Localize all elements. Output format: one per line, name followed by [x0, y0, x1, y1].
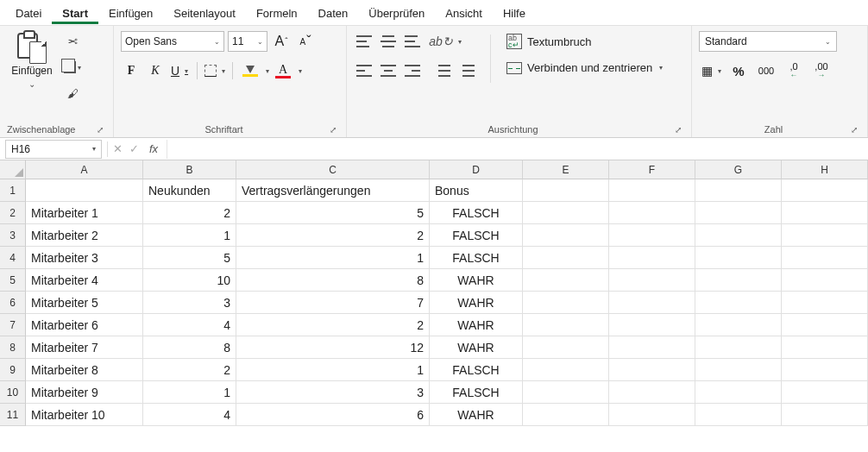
cell-C11[interactable]: 6 [236, 404, 430, 426]
cell-G1[interactable] [695, 179, 782, 202]
cell-H3[interactable] [782, 224, 868, 247]
cell-B10[interactable]: 1 [143, 381, 236, 404]
cell-A7[interactable]: Mitarbeiter 6 [26, 314, 143, 336]
cell-G10[interactable] [695, 381, 782, 404]
cell-D2[interactable]: FALSCH [430, 202, 523, 224]
cut-button[interactable] [62, 31, 83, 52]
row-header-7[interactable]: 7 [0, 314, 26, 336]
number-launcher[interactable]: ⤢ [848, 123, 860, 135]
decrease-indent-button[interactable] [435, 60, 456, 81]
row-header-8[interactable]: 8 [0, 336, 26, 359]
cell-D6[interactable]: WAHR [430, 292, 523, 314]
row-header-3[interactable]: 3 [0, 224, 26, 247]
increase-indent-button[interactable] [459, 60, 480, 81]
cell-H10[interactable] [782, 381, 868, 404]
cell-A1[interactable] [26, 179, 143, 202]
select-all-corner[interactable] [0, 160, 26, 179]
row-header-10[interactable]: 10 [0, 381, 26, 404]
align-bottom-button[interactable] [402, 31, 423, 52]
cell-H11[interactable] [782, 404, 868, 426]
cell-D11[interactable]: WAHR [430, 404, 523, 426]
cell-A8[interactable]: Mitarbeiter 7 [26, 336, 143, 359]
cell-C3[interactable]: 2 [236, 224, 430, 247]
border-button[interactable]: ▾ [204, 60, 225, 81]
font-color-button[interactable]: A [273, 60, 293, 81]
cell-B9[interactable]: 2 [143, 359, 236, 381]
thousands-button[interactable]: 000 [754, 60, 778, 81]
cell-E2[interactable] [523, 202, 609, 224]
name-box[interactable]: H16▾ [5, 140, 102, 159]
decrease-decimal-button[interactable]: ,00→ [809, 60, 833, 81]
cell-D9[interactable]: FALSCH [430, 359, 523, 381]
tab-daten[interactable]: Daten [308, 2, 359, 24]
wrap-text-button[interactable]: Textumbruch [501, 31, 668, 52]
alignment-launcher[interactable]: ⤢ [672, 123, 684, 135]
column-header-F[interactable]: F [609, 160, 695, 179]
increase-decimal-button[interactable]: ,0← [782, 60, 806, 81]
cell-A4[interactable]: Mitarbeiter 3 [26, 247, 143, 269]
cell-F8[interactable] [609, 336, 695, 359]
row-header-6[interactable]: 6 [0, 292, 26, 314]
cell-A5[interactable]: Mitarbeiter 4 [26, 269, 143, 292]
cell-C1[interactable]: Vertragsverlängerungen [236, 179, 430, 202]
cell-E7[interactable] [523, 314, 609, 336]
column-header-B[interactable]: B [143, 160, 236, 179]
cell-F11[interactable] [609, 404, 695, 426]
clipboard-launcher[interactable]: ⤢ [94, 123, 106, 135]
underline-button[interactable]: U▾ [169, 60, 190, 81]
cell-C4[interactable]: 1 [236, 247, 430, 269]
row-header-11[interactable]: 11 [0, 404, 26, 426]
row-header-5[interactable]: 5 [0, 269, 26, 292]
cell-C10[interactable]: 3 [236, 381, 430, 404]
column-header-D[interactable]: D [430, 160, 523, 179]
tab-überprüfen[interactable]: Überprüfen [358, 2, 435, 24]
align-top-button[interactable] [354, 31, 374, 52]
cell-H1[interactable] [782, 179, 868, 202]
cell-A10[interactable]: Mitarbeiter 9 [26, 381, 143, 404]
column-header-A[interactable]: A [26, 160, 143, 179]
cell-D8[interactable]: WAHR [430, 336, 523, 359]
column-header-G[interactable]: G [695, 160, 782, 179]
cell-B11[interactable]: 4 [143, 404, 236, 426]
cell-A2[interactable]: Mitarbeiter 1 [26, 202, 143, 224]
cell-B5[interactable]: 10 [143, 269, 236, 292]
tab-hilfe[interactable]: Hilfe [493, 2, 536, 24]
cell-E3[interactable] [523, 224, 609, 247]
cell-E1[interactable] [523, 179, 609, 202]
cell-C5[interactable]: 8 [236, 269, 430, 292]
cell-A3[interactable]: Mitarbeiter 2 [26, 224, 143, 247]
accept-formula-button[interactable]: ✓ [129, 142, 139, 155]
cell-F1[interactable] [609, 179, 695, 202]
cell-A11[interactable]: Mitarbeiter 10 [26, 404, 143, 426]
cell-C6[interactable]: 7 [236, 292, 430, 314]
column-header-E[interactable]: E [523, 160, 609, 179]
orientation-button[interactable]: ab↻▾ [435, 31, 456, 52]
align-left-button[interactable] [354, 60, 374, 81]
cell-F3[interactable] [609, 224, 695, 247]
cell-D1[interactable]: Bonus [430, 179, 523, 202]
cell-B6[interactable]: 3 [143, 292, 236, 314]
font-name-select[interactable]: Open Sans⌄ [121, 31, 224, 52]
cell-E9[interactable] [523, 359, 609, 381]
cell-G5[interactable] [695, 269, 782, 292]
increase-font-button[interactable]: Aˆ [271, 31, 292, 52]
format-painter-button[interactable] [62, 83, 83, 104]
cell-G2[interactable] [695, 202, 782, 224]
cell-H5[interactable] [782, 269, 868, 292]
cell-D7[interactable]: WAHR [430, 314, 523, 336]
fill-color-button[interactable] [240, 60, 261, 81]
cell-C8[interactable]: 12 [236, 336, 430, 359]
cell-E4[interactable] [523, 247, 609, 269]
cell-H2[interactable] [782, 202, 868, 224]
cell-G4[interactable] [695, 247, 782, 269]
tab-datei[interactable]: Datei [5, 2, 52, 24]
row-header-9[interactable]: 9 [0, 359, 26, 381]
cell-E11[interactable] [523, 404, 609, 426]
cell-G3[interactable] [695, 224, 782, 247]
cell-G11[interactable] [695, 404, 782, 426]
italic-button[interactable]: K [145, 60, 166, 81]
formula-input[interactable] [167, 140, 868, 159]
cell-A9[interactable]: Mitarbeiter 8 [26, 359, 143, 381]
cell-G6[interactable] [695, 292, 782, 314]
paste-button[interactable]: Einfügen [7, 31, 57, 91]
